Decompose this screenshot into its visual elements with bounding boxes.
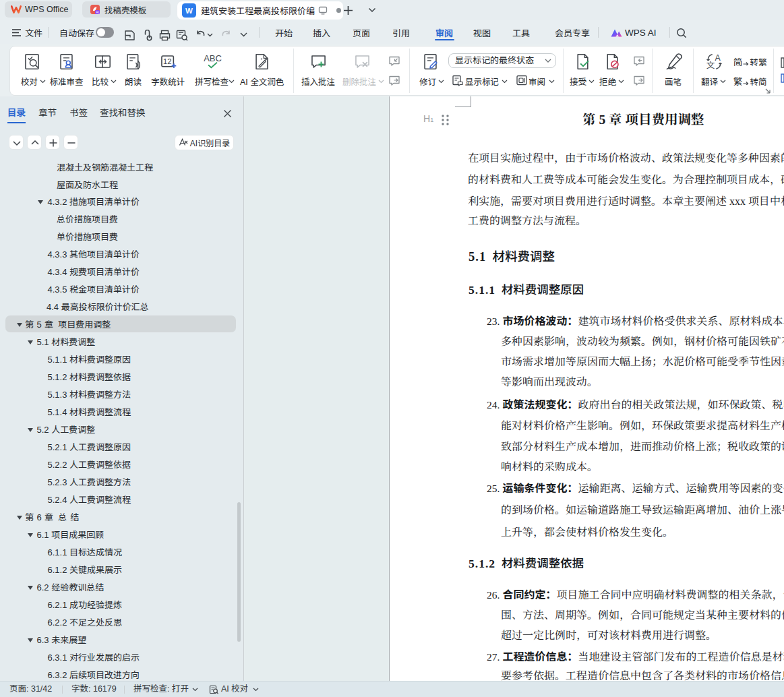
svg-text:W: W (185, 7, 193, 15)
svg-text:12: 12 (163, 57, 172, 65)
svg-text:AI: AI (96, 11, 98, 14)
svg-text:A: A (715, 53, 721, 62)
svg-text:ABC: ABC (204, 53, 222, 63)
